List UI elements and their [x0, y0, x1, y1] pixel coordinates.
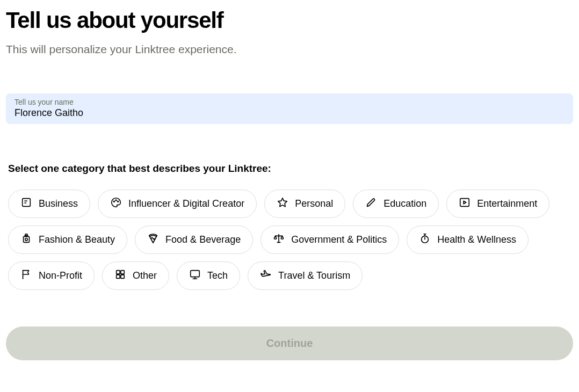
stopwatch-icon	[419, 233, 431, 247]
category-chip-influencer[interactable]: Influencer & Digital Creator	[98, 190, 257, 218]
pizza-icon	[147, 233, 159, 247]
chip-label: Government & Politics	[291, 234, 387, 245]
perfume-icon	[20, 233, 32, 247]
category-heading: Select one category that best describes …	[8, 163, 573, 175]
category-chip-education[interactable]: Education	[353, 190, 439, 218]
play-square-icon	[459, 197, 471, 211]
category-chip-other[interactable]: Other	[102, 262, 169, 290]
svg-point-5	[118, 201, 119, 202]
category-chip-business[interactable]: Business	[8, 190, 90, 218]
chip-label: Tech	[207, 270, 228, 281]
chip-label: Other	[133, 270, 157, 281]
svg-rect-27	[191, 271, 200, 277]
name-input[interactable]	[15, 107, 564, 119]
scales-icon	[273, 233, 285, 247]
pencil-icon	[365, 197, 377, 211]
palette-icon	[110, 197, 122, 211]
category-chip-nonprofit[interactable]: Non-Profit	[8, 262, 95, 290]
category-chip-health[interactable]: Health & Wellness	[407, 226, 529, 254]
category-chip-list: Business Influencer & Digital Creator Pe…	[8, 190, 573, 290]
chip-label: Fashion & Beauty	[39, 234, 115, 245]
chip-label: Travel & Tourism	[278, 270, 350, 281]
svg-rect-24	[121, 271, 124, 274]
continue-button[interactable]: Continue	[6, 326, 573, 360]
svg-point-13	[151, 237, 153, 238]
chip-label: Food & Beverage	[165, 234, 241, 245]
name-field-container[interactable]: Tell us your name	[6, 93, 573, 124]
svg-rect-25	[117, 275, 120, 278]
category-chip-food[interactable]: Food & Beverage	[135, 226, 253, 254]
plane-icon	[260, 268, 272, 283]
svg-rect-7	[460, 199, 469, 207]
category-chip-tech[interactable]: Tech	[177, 262, 240, 290]
chip-label: Personal	[295, 198, 333, 209]
category-chip-government[interactable]: Government & Politics	[260, 226, 399, 254]
svg-marker-8	[464, 201, 466, 204]
svg-rect-0	[23, 199, 31, 207]
chip-label: Education	[383, 198, 426, 209]
category-chip-personal[interactable]: Personal	[264, 190, 345, 218]
flag-icon	[20, 268, 32, 283]
chip-label: Entertainment	[477, 198, 537, 209]
svg-rect-11	[24, 236, 30, 242]
svg-point-3	[113, 201, 114, 202]
name-field-label: Tell us your name	[15, 98, 564, 106]
star-icon	[277, 197, 288, 211]
category-chip-fashion[interactable]: Fashion & Beauty	[8, 226, 127, 254]
category-chip-travel[interactable]: Travel & Tourism	[248, 262, 363, 290]
svg-rect-23	[117, 271, 120, 274]
svg-rect-26	[121, 275, 124, 278]
page-heading: Tell us about yourself	[6, 8, 573, 33]
chip-label: Business	[39, 198, 78, 209]
chip-label: Health & Wellness	[437, 234, 516, 245]
page-subheading: This will personalize your Linktree expe…	[6, 43, 573, 56]
grid-icon	[114, 268, 126, 283]
svg-point-12	[25, 238, 28, 241]
svg-point-4	[115, 200, 117, 201]
chip-label: Influencer & Digital Creator	[128, 198, 244, 209]
chip-label: Non-Profit	[39, 270, 82, 281]
svg-marker-6	[278, 198, 287, 207]
monitor-icon	[189, 268, 201, 283]
document-icon	[20, 197, 32, 211]
category-chip-entertainment[interactable]: Entertainment	[446, 190, 549, 218]
svg-point-14	[154, 238, 155, 239]
